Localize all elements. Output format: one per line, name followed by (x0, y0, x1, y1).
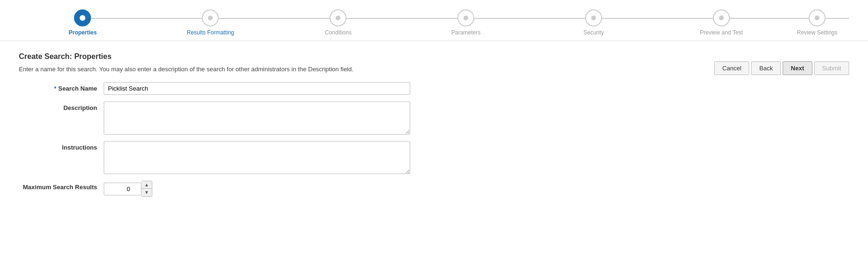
step-circle-properties (74, 9, 91, 26)
step-label-preview-and-test: Preview and Test (700, 29, 743, 36)
search-name-input[interactable] (104, 82, 410, 95)
max-results-label: Maximum Search Results (19, 181, 104, 191)
step-circle-preview-and-test (713, 9, 730, 26)
page-title: Create Search: Properties (19, 52, 849, 61)
wizard-steps: Properties Results Formatting Conditions… (0, 0, 868, 41)
description-row: Description (19, 101, 849, 134)
submit-button[interactable]: Submit (814, 61, 849, 75)
step-preview-and-test[interactable]: Preview and Test (658, 9, 785, 36)
cancel-button[interactable]: Cancel (714, 61, 749, 75)
spinner-buttons: ▲ ▼ (141, 181, 152, 197)
max-results-input[interactable] (104, 183, 141, 195)
back-button[interactable]: Back (751, 61, 781, 75)
step-properties[interactable]: Properties (19, 9, 147, 36)
step-security[interactable]: Security (530, 9, 658, 36)
step-circle-security (585, 9, 602, 26)
step-circle-parameters (457, 9, 474, 26)
step-conditions[interactable]: Conditions (274, 9, 402, 36)
max-results-row: Maximum Search Results ▲ ▼ (19, 181, 849, 197)
instructions-textarea[interactable] (104, 141, 410, 174)
spinner-up-button[interactable]: ▲ (141, 181, 152, 189)
step-label-security: Security (583, 29, 603, 36)
step-results-formatting[interactable]: Results Formatting (147, 9, 274, 36)
step-label-review-settings: Review Settings (797, 29, 837, 36)
next-button[interactable]: Next (783, 61, 812, 75)
step-label-results-formatting: Results Formatting (187, 29, 234, 36)
step-circle-review-settings (809, 9, 826, 26)
required-star: * (54, 85, 57, 92)
step-label-conditions: Conditions (325, 29, 352, 36)
instructions-row: Instructions (19, 141, 849, 174)
step-label-parameters: Parameters (451, 29, 480, 36)
step-label-properties: Properties (69, 29, 97, 36)
search-name-label: *Search Name (19, 82, 104, 92)
step-parameters[interactable]: Parameters (402, 9, 530, 36)
search-name-row: *Search Name (19, 82, 849, 95)
step-circle-conditions (330, 9, 347, 26)
step-review-settings[interactable]: Review Settings (785, 9, 849, 36)
description-textarea[interactable] (104, 101, 410, 134)
instructions-label: Instructions (19, 141, 104, 151)
spinner-down-button[interactable]: ▼ (141, 189, 152, 196)
max-results-group: ▲ ▼ (104, 181, 152, 197)
action-buttons: Cancel Back Next Submit (714, 61, 849, 75)
description-label: Description (19, 101, 104, 111)
step-circle-results-formatting (202, 9, 219, 26)
